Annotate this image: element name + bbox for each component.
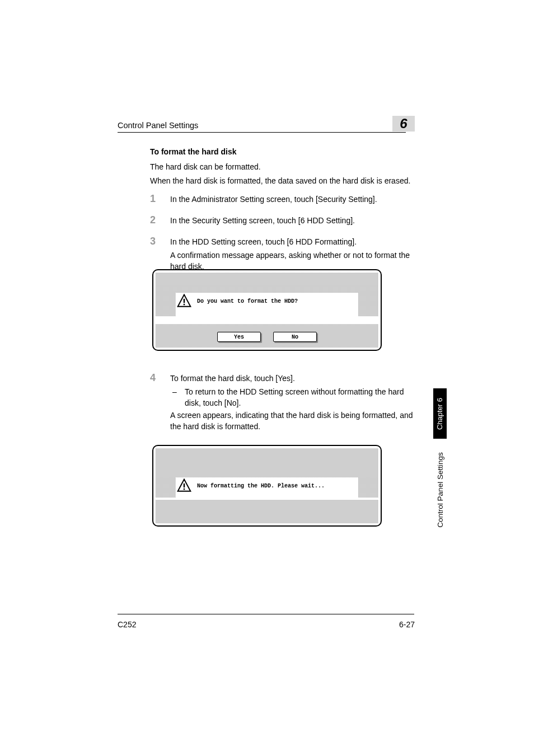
step-2: 2 In the Security Setting screen, touch … <box>150 215 415 228</box>
chapter-side-tab: Chapter 6 <box>433 388 447 439</box>
step-number: 3 <box>150 236 170 274</box>
sub-bullet-text: To return to the HDD Setting screen with… <box>185 386 415 408</box>
chapter-number-box: 6 <box>392 116 415 132</box>
section-side-tab: Control Panel Settings <box>433 442 447 537</box>
chapter-number: 6 <box>400 116 407 132</box>
step-note: A confirmation message appears, asking w… <box>170 250 415 272</box>
intro-paragraph-2: When the hard disk is formatted, the dat… <box>150 176 410 185</box>
step-text: In the Administrator Setting screen, tou… <box>170 194 415 205</box>
confirm-message: Do you want to format the HDD? <box>197 298 298 304</box>
footer-rule <box>118 614 414 614</box>
footer-page-number: 6-27 <box>399 620 415 629</box>
step-number: 1 <box>150 194 170 207</box>
step-number: 2 <box>150 215 170 228</box>
step-text: In the HDD Setting screen, touch [6 HDD … <box>170 236 415 247</box>
step-text: In the Security Setting screen, touch [6… <box>170 215 415 226</box>
confirm-dialog-screenshot: Do you want to format the HDD? Yes No <box>152 269 382 351</box>
warning-icon <box>177 294 191 308</box>
svg-rect-2 <box>184 304 185 305</box>
yes-button[interactable]: Yes <box>217 332 261 342</box>
no-button[interactable]: No <box>273 332 317 342</box>
step-number: 4 <box>150 373 170 434</box>
progress-message: Now formatting the HDD. Please wait... <box>197 483 325 489</box>
header-rule <box>118 132 406 133</box>
svg-rect-5 <box>184 489 185 490</box>
svg-rect-1 <box>184 299 185 303</box>
footer-model: C252 <box>118 620 136 629</box>
step-4: 4 To format the hard disk, touch [Yes]. … <box>150 373 415 434</box>
section-side-tab-label: Control Panel Settings <box>436 452 444 527</box>
chapter-side-tab-label: Chapter 6 <box>436 397 444 429</box>
step-text: To format the hard disk, touch [Yes]. <box>170 373 415 384</box>
svg-rect-4 <box>184 483 185 487</box>
running-header: Control Panel Settings <box>118 121 414 130</box>
warning-icon <box>177 478 191 493</box>
section-heading: To format the hard disk <box>150 147 237 156</box>
sub-bullet-dash: – <box>170 386 185 408</box>
step-1: 1 In the Administrator Setting screen, t… <box>150 194 415 207</box>
step-after-text: A screen appears, indicating that the ha… <box>170 410 415 432</box>
intro-paragraph-1: The hard disk can be formatted. <box>150 162 261 171</box>
step-3: 3 In the HDD Setting screen, touch [6 HD… <box>150 236 415 274</box>
progress-dialog-screenshot: Now formatting the HDD. Please wait... <box>152 445 382 527</box>
